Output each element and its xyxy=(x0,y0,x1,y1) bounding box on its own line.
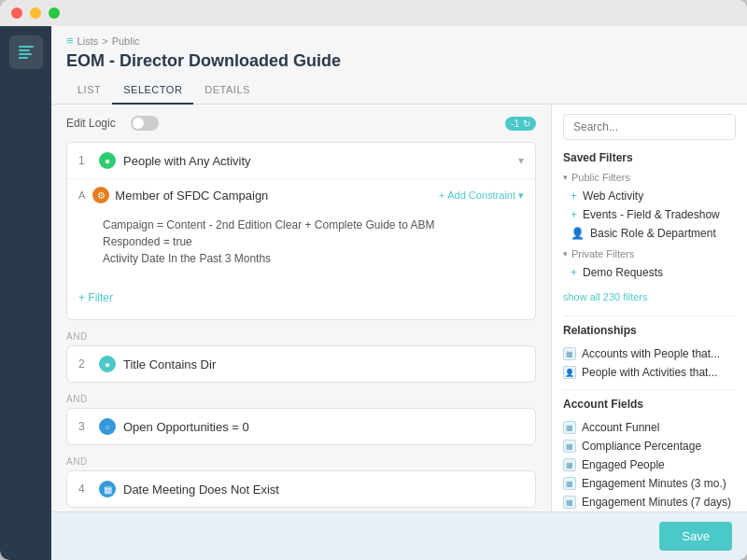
filter-row-3: 3 ○ Open Opportunities = 0 xyxy=(67,409,535,444)
chevron-private: ▾ xyxy=(563,249,568,259)
account-field-4[interactable]: ▦ Engagement Minutes (7 days) xyxy=(563,493,736,511)
filter-row-2: 2 ● Title Contains Dir xyxy=(67,346,535,382)
rel-icon-people: 👤 xyxy=(563,366,576,379)
and-label-2: AND xyxy=(66,390,536,408)
filter-label-1: People with Any Activity xyxy=(123,154,251,168)
plus-icon-web: + xyxy=(571,189,577,203)
public-filter-label-1: Events - Field & Tradeshow xyxy=(583,208,720,221)
public-filter-web-activity[interactable]: + Web Activity xyxy=(563,187,736,205)
rel-item-accounts[interactable]: ▦ Accounts with People that... xyxy=(563,344,736,363)
account-field-3[interactable]: ▦ Engagement Minutes (3 mo.) xyxy=(563,474,736,493)
rel-label-0: Accounts with People that... xyxy=(582,347,720,360)
filter-number-3: 3 xyxy=(78,420,92,433)
svg-rect-0 xyxy=(19,46,34,48)
counter-value: -1 xyxy=(511,119,519,129)
public-filter-role[interactable]: 👤 Basic Role & Department xyxy=(563,224,736,243)
account-field-0[interactable]: ▦ Account Funnel xyxy=(563,418,736,437)
svg-rect-3 xyxy=(19,57,28,59)
tab-selector[interactable]: SELECTOR xyxy=(112,77,193,105)
constraint-detail-row-3: Activity Date In the Past 3 Months xyxy=(103,250,524,267)
filter-group-3: 3 ○ Open Opportunities = 0 xyxy=(66,408,536,445)
list-icon: ≡ xyxy=(66,34,74,48)
account-field-2[interactable]: ▦ Engaged People xyxy=(563,455,736,474)
edit-logic-toggle[interactable] xyxy=(131,116,159,131)
chevron-public: ▾ xyxy=(563,173,568,182)
constraint-name-1: Member of SFDC Campaign xyxy=(115,189,268,203)
add-constraint-button[interactable]: + Add Constraint ▾ xyxy=(439,189,524,202)
sidebar-icon-lists[interactable] xyxy=(9,35,43,69)
person-icon-role: 👤 xyxy=(571,227,585,240)
field-label-3: Engagement Minutes (3 mo.) xyxy=(582,477,726,490)
tab-list[interactable]: LIST xyxy=(66,77,112,105)
plus-icon: + xyxy=(439,189,444,201)
breadcrumb: ≡ Lists > Public xyxy=(51,26,747,48)
add-filter-btn-inner[interactable]: + Filter xyxy=(78,284,524,312)
rel-icon-accounts: ▦ xyxy=(563,347,576,360)
counter-badge: -1 ↻ xyxy=(505,117,536,131)
tabs-bar: LIST SELECTOR DETAILS xyxy=(51,77,747,105)
filter-group-2: 2 ● Title Contains Dir xyxy=(66,345,536,383)
save-button[interactable]: Save xyxy=(659,522,732,551)
constraint-header-1: A ⚙ Member of SFDC Campaign + Add Constr… xyxy=(78,179,524,211)
public-filter-events[interactable]: + Events - Field & Tradeshow xyxy=(563,205,736,224)
add-constraint-label: Add Constraint xyxy=(447,189,515,201)
bottom-bar: Save xyxy=(51,511,747,560)
edit-logic-label: Edit Logic xyxy=(66,117,116,130)
filter-group-1: 1 ● People with Any Activity ▾ A xyxy=(66,142,536,320)
svg-rect-1 xyxy=(19,49,30,51)
search-input[interactable] xyxy=(563,114,736,140)
private-filters-section: ▾ Private Filters + Demo Requests xyxy=(563,248,736,282)
public-filter-label-0: Web Activity xyxy=(583,189,643,203)
rel-item-people[interactable]: 👤 People with Activities that... xyxy=(563,363,736,382)
rel-label-1: People with Activities that... xyxy=(582,366,717,379)
filter-number-1: 1 xyxy=(78,154,92,167)
constraint-chevron: ▾ xyxy=(518,189,524,202)
filter-icon-2: ● xyxy=(99,356,116,372)
field-label-1: Compliance Percentage xyxy=(582,440,701,453)
constraint-block-1: A ⚙ Member of SFDC Campaign + Add Constr… xyxy=(67,178,535,276)
tab-details[interactable]: DETAILS xyxy=(193,77,261,105)
refresh-icon[interactable]: ↻ xyxy=(523,119,530,129)
plus-icon-events: + xyxy=(571,208,577,221)
account-fields-title: Account Fields xyxy=(563,398,736,411)
breadcrumb-sep: > xyxy=(102,35,107,47)
minimize-button[interactable] xyxy=(30,7,41,19)
field-icon-1: ▦ xyxy=(563,440,576,453)
sidebar xyxy=(0,26,51,560)
private-filters-header: ▾ Private Filters xyxy=(563,248,736,259)
edit-logic-bar: Edit Logic -1 ↻ xyxy=(66,116,536,131)
filter-icon-1: ● xyxy=(99,152,116,169)
constraint-detail-row-2: Responded = true xyxy=(103,233,524,250)
chevron-icon-1[interactable]: ▾ xyxy=(518,154,524,167)
private-filter-demo[interactable]: + Demo Requests xyxy=(563,263,736,282)
field-label-0: Account Funnel xyxy=(582,421,659,434)
filter-number-4: 4 xyxy=(78,483,92,496)
field-icon-4: ▦ xyxy=(563,496,576,509)
account-field-1[interactable]: ▦ Compliance Percentage xyxy=(563,437,736,455)
private-filters-label: Private Filters xyxy=(571,248,634,259)
filter-icon-4: ▦ xyxy=(99,481,116,497)
constraint-icon-orange: ⚙ xyxy=(92,187,109,203)
public-filter-label-2: Basic Role & Department xyxy=(590,227,716,240)
filter-row-1: 1 ● People with Any Activity ▾ xyxy=(67,143,535,178)
breadcrumb-public: Public xyxy=(112,35,140,47)
filter-label-4: Date Meeting Does Not Exist xyxy=(123,483,279,497)
public-filters-header: ▾ Public Filters xyxy=(563,172,736,183)
public-filters-label: Public Filters xyxy=(571,172,630,183)
field-icon-3: ▦ xyxy=(563,477,576,490)
show-all-filters-link[interactable]: show all 230 filters xyxy=(563,287,736,306)
main-content: ≡ Lists > Public EOM - Director Download… xyxy=(51,26,747,560)
filter-group-4: 4 ▦ Date Meeting Does Not Exist xyxy=(66,470,536,508)
field-label-4: Engagement Minutes (7 days) xyxy=(582,496,731,509)
and-label-1: AND xyxy=(66,328,536,345)
right-panel: Saved Filters ▾ Public Filters + Web Act… xyxy=(551,105,747,511)
private-filter-label-0: Demo Requests xyxy=(583,266,663,279)
close-button[interactable] xyxy=(11,7,22,19)
constraint-detail-row-1: Campaign = Content - 2nd Edition Clear +… xyxy=(103,217,524,233)
content-area: Edit Logic -1 ↻ 1 ● xyxy=(51,105,747,511)
filter-row-4: 4 ▦ Date Meeting Does Not Exist xyxy=(67,471,535,507)
maximize-button[interactable] xyxy=(49,7,60,19)
plus-icon-demo: + xyxy=(571,266,577,279)
relationships-section: Relationships ▦ Accounts with People tha… xyxy=(563,324,736,382)
saved-filters-title: Saved Filters xyxy=(563,151,736,164)
